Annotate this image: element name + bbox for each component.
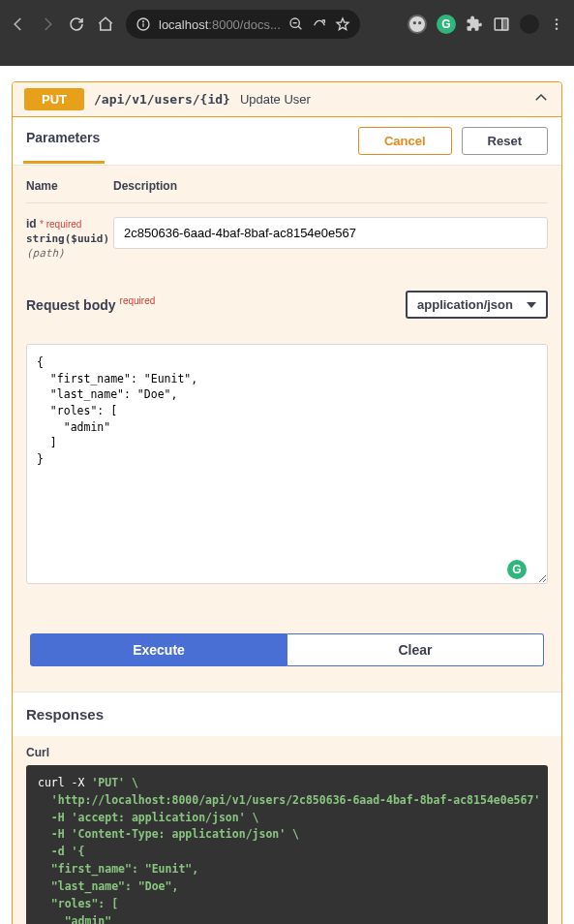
page-content: PUT /api/v1/users/{id} Update User Param…: [0, 66, 574, 924]
svg-point-11: [556, 18, 558, 20]
zoom-icon[interactable]: [288, 16, 304, 32]
profile-avatar-icon[interactable]: [520, 15, 539, 34]
responses-section: Responses Curl curl -X 'PUT' \ 'http://l…: [13, 692, 561, 924]
col-name: Name: [26, 179, 113, 193]
reload-icon[interactable]: [68, 15, 85, 33]
svg-point-2: [143, 21, 144, 22]
svg-point-13: [556, 27, 558, 29]
request-body-required: required: [120, 295, 156, 306]
star-icon[interactable]: [335, 16, 350, 32]
home-icon[interactable]: [97, 15, 114, 33]
svg-point-7: [418, 21, 421, 24]
share-icon[interactable]: [312, 16, 327, 32]
curl-output: curl -X 'PUT' \ 'http://localhost:8000/a…: [26, 765, 548, 924]
svg-line-4: [298, 26, 301, 29]
browser-toolbar: localhost:8000/docs... G: [10, 0, 564, 39]
operation-card: PUT /api/v1/users/{id} Update User Param…: [12, 81, 562, 924]
request-body-title: Request body: [26, 297, 116, 313]
avatar-ext-icon[interactable]: [408, 15, 427, 34]
menu-icon[interactable]: [549, 16, 564, 32]
url-text: localhost:8000/docs...: [159, 17, 281, 32]
param-row-id: id * required string($uuid) (path): [26, 217, 548, 277]
forward-icon[interactable]: [39, 15, 56, 33]
grammarly-ext-icon[interactable]: G: [437, 15, 456, 34]
endpoint-summary: Update User: [240, 92, 311, 107]
grammarly-float-icon[interactable]: G: [507, 560, 527, 579]
svg-point-6: [413, 21, 416, 24]
back-icon[interactable]: [10, 15, 27, 33]
param-id-input[interactable]: [113, 217, 548, 249]
operation-body: Parameters Cancel Reset Name Description…: [13, 117, 561, 924]
clear-button[interactable]: Clear: [287, 633, 544, 666]
request-body-textarea[interactable]: { "first_name": "Eunit", "last_name": "D…: [26, 344, 548, 584]
extensions-icon[interactable]: [466, 15, 483, 33]
method-badge: PUT: [24, 88, 84, 110]
panel-icon[interactable]: [493, 15, 510, 33]
col-description: Description: [113, 179, 177, 193]
parameters-tab[interactable]: Parameters: [26, 130, 100, 153]
parameters-header: Parameters Cancel Reset: [13, 117, 561, 166]
svg-point-12: [556, 23, 558, 25]
execute-button[interactable]: Execute: [30, 633, 287, 666]
responses-title: Responses: [13, 693, 561, 736]
request-body-header: Request body required application/json: [26, 277, 548, 332]
param-columns: Name Description: [26, 179, 548, 203]
cancel-button[interactable]: Cancel: [358, 127, 452, 155]
endpoint-path: /api/v1/users/{id}: [94, 92, 230, 107]
parameters-section: Name Description id * required string($u…: [13, 166, 561, 692]
reset-button[interactable]: Reset: [462, 127, 548, 155]
browser-chrome: localhost:8000/docs... G: [0, 0, 574, 66]
extension-tray: G: [408, 15, 564, 34]
param-meta: id * required string($uuid) (path): [26, 217, 113, 260]
collapse-icon[interactable]: [532, 89, 550, 109]
url-bar[interactable]: localhost:8000/docs...: [126, 10, 360, 39]
content-type-select[interactable]: application/json: [406, 291, 548, 319]
curl-label: Curl: [26, 746, 548, 759]
curl-section: Curl curl -X 'PUT' \ 'http://localhost:8…: [13, 736, 561, 924]
info-icon: [136, 16, 151, 32]
svg-rect-10: [502, 18, 508, 30]
operation-header[interactable]: PUT /api/v1/users/{id} Update User: [13, 82, 561, 117]
